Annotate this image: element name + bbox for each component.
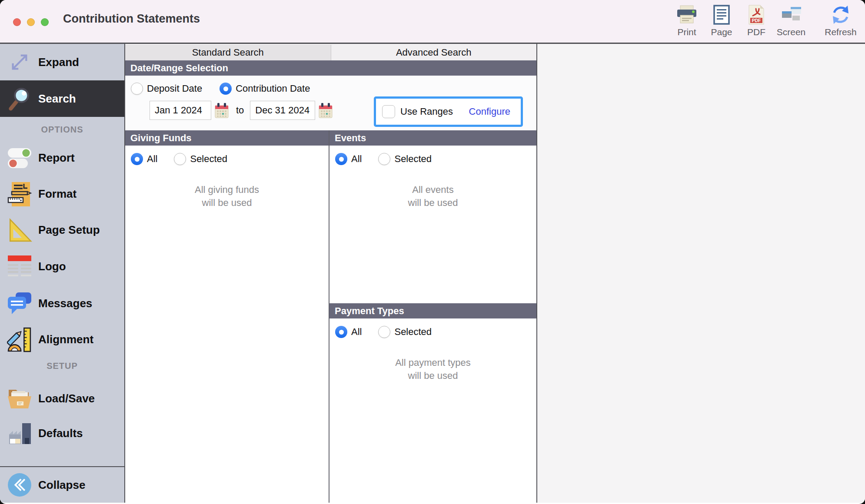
payment-types-selected-radio[interactable] <box>378 326 390 338</box>
tab-advanced-search[interactable]: Advanced Search <box>331 45 537 60</box>
sidebar-item-label: Report <box>38 151 75 165</box>
configure-link[interactable]: Configure <box>469 106 510 117</box>
screen-windows-icon <box>780 3 802 26</box>
events-selected-radio[interactable] <box>378 153 390 165</box>
sidebar-item-label: Messages <box>38 297 92 310</box>
toolbar-label: Print <box>677 27 696 37</box>
sidebar-item-logo[interactable]: Logo <box>0 248 124 285</box>
note-line: All payment types <box>329 356 536 369</box>
date-range-row: to <box>150 101 333 120</box>
page-button[interactable]: Page <box>704 3 739 37</box>
events-note: All events will be used <box>329 183 536 209</box>
note-line: All giving funds <box>125 183 329 196</box>
note-line: will be used <box>329 369 536 382</box>
sidebar-item-label: Defaults <box>38 427 83 440</box>
refresh-icon <box>830 3 852 26</box>
use-ranges-focus-box: Use Ranges Configure <box>374 96 523 127</box>
note-line: will be used <box>329 196 536 209</box>
print-button[interactable]: Print <box>669 3 704 37</box>
pdf-button[interactable]: PDF PDF <box>739 3 774 37</box>
sidebar-item-label: Alignment <box>38 333 93 346</box>
magnifier-icon <box>6 85 33 112</box>
sidebar-item-label: Load/Save <box>38 392 95 405</box>
toolbar-label: PDF <box>747 27 765 37</box>
contribution-date-radio[interactable] <box>220 83 232 95</box>
events-header: Events <box>329 130 536 146</box>
toolbar-label: Screen <box>777 27 806 37</box>
zoom-button[interactable] <box>41 18 49 26</box>
from-date-input[interactable] <box>150 101 211 120</box>
from-date-calendar-button[interactable] <box>214 102 229 119</box>
payment-types-all-radio[interactable] <box>335 326 347 338</box>
to-date-calendar-button[interactable] <box>318 102 333 119</box>
tab-bar: Standard Search Advanced Search <box>125 44 536 60</box>
events-radio-group: All Selected <box>329 146 536 165</box>
expand-arrows-icon <box>6 49 33 76</box>
sidebar-item-alignment[interactable]: Alignment <box>0 322 124 358</box>
note-line: All events <box>329 183 536 196</box>
ruler-pencil-protractor-icon <box>6 326 33 353</box>
payment-types-body: All Selected All payment types will be u… <box>329 318 536 503</box>
giving-funds-section: Giving Funds All Selected All giving fun… <box>125 130 329 503</box>
sidebar-item-label: Search <box>38 92 76 106</box>
screen-button[interactable]: Screen <box>774 3 808 37</box>
giving-funds-body: All Selected All giving funds will be us… <box>125 146 329 209</box>
factory-icon <box>6 420 33 447</box>
refresh-button[interactable]: Refresh <box>823 3 858 37</box>
search-panel: Standard Search Advanced Search Date/Ran… <box>125 44 537 503</box>
calendar-icon <box>318 102 333 119</box>
sidebar-item-label: Logo <box>38 260 66 273</box>
to-date-input[interactable] <box>250 101 315 120</box>
tab-standard-search[interactable]: Standard Search <box>125 45 331 60</box>
giving-funds-all-radio[interactable] <box>131 153 143 165</box>
close-button[interactable] <box>13 18 21 26</box>
sidebar-section-setup: SETUP <box>0 361 124 371</box>
payment-types-header: Payment Types <box>329 303 536 318</box>
giving-funds-header: Giving Funds <box>125 130 329 146</box>
sidebar-item-defaults[interactable]: Defaults <box>0 416 124 451</box>
sidebar-item-page-setup[interactable]: Page Setup <box>0 212 124 248</box>
printer-icon <box>676 3 697 26</box>
sidebar-item-label: Collapse <box>38 478 85 492</box>
use-ranges-label: Use Ranges <box>400 106 453 117</box>
tab-label: Advanced Search <box>396 47 472 58</box>
toolbar: Print Page <box>669 3 858 37</box>
payment-types-all-label: All <box>351 326 362 338</box>
date-range-section-header: Date/Range Selection <box>125 60 536 76</box>
calendar-icon <box>214 102 229 119</box>
giving-funds-radio-group: All Selected <box>125 146 329 165</box>
to-label: to <box>236 105 244 116</box>
format-document-icon <box>6 181 33 208</box>
deposit-date-radio[interactable] <box>131 83 143 95</box>
sidebar-item-collapse[interactable]: Collapse <box>0 466 124 503</box>
pdf-icon: PDF <box>747 3 765 26</box>
sidebar-item-label: Expand <box>38 56 79 69</box>
sidebar-item-search[interactable]: Search <box>0 80 124 117</box>
sidebar-item-messages[interactable]: Messages <box>0 285 124 322</box>
giving-funds-all-label: All <box>147 153 157 165</box>
toggles-icon <box>6 145 33 172</box>
report-preview-area <box>537 44 865 503</box>
set-square-icon <box>6 217 33 244</box>
sidebar-item-expand[interactable]: Expand <box>0 44 124 80</box>
sidebar-item-label: Page Setup <box>38 223 100 237</box>
deposit-date-label: Deposit Date <box>147 83 202 94</box>
window-title: Contribution Statements <box>63 12 200 26</box>
sidebar-item-format[interactable]: Format <box>0 176 124 212</box>
giving-funds-selected-radio[interactable] <box>174 153 186 165</box>
use-ranges-checkbox[interactable] <box>382 105 395 118</box>
minimize-button[interactable] <box>27 18 35 26</box>
sidebar-item-report[interactable]: Report <box>0 140 124 176</box>
svg-text:PDF: PDF <box>752 18 762 23</box>
events-payment-column: Events All Selected All events will be u… <box>329 130 536 503</box>
events-all-label: All <box>351 153 362 165</box>
date-type-radio-group: Deposit Date Contribution Date <box>131 83 310 95</box>
events-selected-label: Selected <box>394 153 432 165</box>
sidebar-item-load-save[interactable]: Load/Save <box>0 381 124 416</box>
logo-layout-icon <box>6 253 33 280</box>
chat-bubbles-icon <box>6 290 33 317</box>
open-folder-icon <box>6 385 33 412</box>
titlebar: Contribution Statements Print <box>0 0 865 44</box>
contribution-date-label: Contribution Date <box>236 83 310 94</box>
events-all-radio[interactable] <box>335 153 347 165</box>
